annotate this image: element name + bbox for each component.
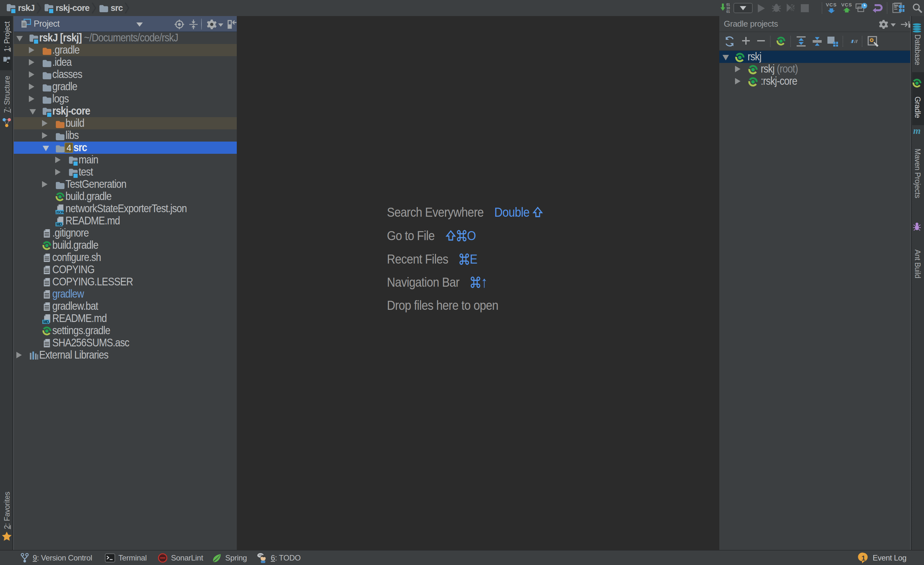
svg-text:01: 01 bbox=[726, 10, 730, 14]
svg-text:01: 01 bbox=[726, 3, 730, 6]
svg-text:VCS: VCS bbox=[826, 2, 837, 8]
svg-text:VCS: VCS bbox=[841, 2, 852, 8]
svg-text:m: m bbox=[913, 126, 921, 136]
svg-text:10: 10 bbox=[726, 6, 730, 10]
svg-text:1: 1 bbox=[861, 554, 865, 562]
